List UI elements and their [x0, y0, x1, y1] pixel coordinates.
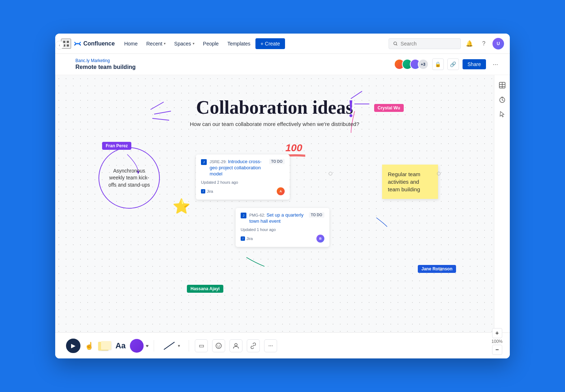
- jira-source-icon-1: J: [201, 189, 205, 193]
- collaborator-avatars: +3: [394, 59, 429, 70]
- page-header: ‹ Banc.ly Marketing Remote team building…: [55, 54, 510, 75]
- shape-tool[interactable]: [130, 339, 144, 353]
- zoom-level-label: 100%: [491, 339, 503, 344]
- jira-card-1-title: JSRE-29: Introduce cross-geo project col…: [210, 159, 269, 177]
- svg-point-19: [218, 345, 218, 345]
- lock-icon[interactable]: 🔒: [432, 58, 444, 70]
- link-icon: [250, 343, 257, 349]
- main-window: Confluence Home Recent ▾ Spaces ▾ People…: [55, 34, 510, 358]
- sidebar-toggle-button[interactable]: ‹: [55, 41, 64, 49]
- svg-point-18: [216, 343, 222, 348]
- crystal-wu-label: Crystal Wu: [374, 104, 404, 112]
- svg-line-7: [153, 118, 169, 120]
- emoji-icon: [215, 343, 222, 349]
- timer-tool-button[interactable]: [496, 94, 508, 105]
- breadcrumb-area: Banc.ly Marketing Remote team building: [75, 58, 394, 70]
- help-button[interactable]: ?: [478, 38, 490, 49]
- link-tool[interactable]: [247, 339, 260, 352]
- avatar-count[interactable]: +3: [418, 59, 429, 70]
- jira-card-1-status: TO DO: [269, 159, 285, 164]
- jira-card-1-source: J Jira A: [201, 187, 285, 195]
- spaces-chevron-icon: ▾: [193, 42, 194, 45]
- line-tool-group: ▾: [163, 343, 180, 348]
- jira-card-2-avatar: B: [316, 235, 324, 243]
- app-name-label: Confluence: [83, 40, 115, 47]
- circle-note: Asynchronous weekly team kick-offs and s…: [98, 147, 160, 209]
- sticky-note-yellow: Regular team activities and team buildin…: [382, 165, 438, 199]
- hundred-emoji: 100: [285, 143, 302, 153]
- create-button[interactable]: + Create: [255, 38, 285, 49]
- jira-icon-2: J: [241, 213, 246, 218]
- exclaim-decoration: !: [347, 96, 355, 121]
- link-icon[interactable]: 🔗: [447, 58, 459, 70]
- nav-templates[interactable]: Templates: [224, 39, 254, 49]
- emoji-tool[interactable]: [212, 339, 225, 352]
- pointer-tool-button[interactable]: [496, 108, 508, 120]
- nav-right-area: 🔔 ? U: [389, 38, 504, 49]
- search-box[interactable]: [389, 38, 461, 49]
- search-icon: [393, 41, 398, 46]
- page-canvas-title: Collaboration ideas How can our team col…: [190, 97, 359, 127]
- breadcrumb: Banc.ly Marketing: [75, 58, 394, 63]
- line-chevron-icon[interactable]: ▾: [178, 343, 180, 348]
- nav-recent[interactable]: Recent ▾: [143, 39, 169, 49]
- recent-chevron-icon: ▾: [164, 42, 166, 45]
- svg-rect-3: [67, 44, 69, 47]
- svg-point-20: [219, 345, 220, 345]
- jira-card-1-updated: Updated 2 hours ago: [201, 180, 285, 184]
- svg-point-21: [235, 343, 237, 346]
- whiteboard-canvas[interactable]: Collaboration ideas How can our team col…: [55, 75, 494, 332]
- notifications-button[interactable]: 🔔: [464, 38, 475, 49]
- jira-card-1-id: JSRE-29:: [210, 160, 227, 164]
- selection-handle-2: [437, 172, 441, 175]
- zoom-out-button[interactable]: −: [492, 345, 502, 355]
- jira-source-icon-2: J: [241, 236, 245, 241]
- nav-people[interactable]: People: [200, 39, 223, 49]
- line-tool[interactable]: [164, 341, 175, 349]
- zoom-in-button[interactable]: +: [492, 328, 502, 338]
- play-button[interactable]: ▶: [66, 339, 80, 353]
- nav-home[interactable]: Home: [121, 39, 141, 49]
- pointer-icon: [499, 111, 505, 117]
- frame-tool[interactable]: ▭: [195, 339, 208, 352]
- jane-rotanson-label: Jane Rotanson: [418, 265, 456, 273]
- star-emoji: ⭐: [172, 198, 190, 215]
- circle-note-text: Asynchronous weekly team kick-offs and s…: [99, 160, 159, 196]
- cursor-icon[interactable]: ☝: [85, 341, 94, 350]
- collaboration-title: Collaboration ideas: [190, 97, 359, 118]
- content-area: Collaboration ideas How can our team col…: [55, 75, 510, 332]
- share-button[interactable]: Share: [463, 59, 486, 69]
- text-tool[interactable]: Aa: [115, 341, 126, 350]
- right-toolbar: [494, 75, 510, 332]
- zoom-controls: + 100% −: [491, 328, 503, 355]
- toolbar-divider-1: [154, 340, 154, 352]
- more-tool-button[interactable]: ···: [264, 339, 277, 352]
- jira-icon-1: J: [201, 159, 207, 165]
- jira-card-2-status: TO DO: [309, 212, 324, 218]
- svg-line-16: [502, 100, 503, 101]
- page-actions: +3 🔒 🔗 Share ···: [394, 58, 501, 70]
- jira-card-1[interactable]: J JSRE-29: Introduce cross-geo project c…: [196, 154, 290, 200]
- svg-line-5: [151, 102, 163, 109]
- bottom-toolbar: ▶ ☝ Aa ▾ ▾ ▭: [55, 332, 510, 358]
- selection-handle-3: [439, 267, 443, 271]
- jira-card-2-updated: Updated 1 hour ago: [241, 227, 324, 232]
- selection-handle: [329, 172, 332, 175]
- table-tool-button[interactable]: [496, 79, 508, 91]
- user-avatar[interactable]: U: [492, 38, 504, 49]
- search-input[interactable]: [400, 41, 456, 47]
- sticky-note-tool[interactable]: [98, 341, 111, 350]
- jira-card-2[interactable]: J PMG-62: Set up a quarterly town hall e…: [236, 208, 329, 247]
- jira-card-2-source: J Jira B: [241, 235, 324, 243]
- timer-icon: [499, 96, 505, 103]
- nav-spaces[interactable]: Spaces ▾: [171, 39, 198, 49]
- person-icon: [233, 343, 239, 349]
- breadcrumb-parent[interactable]: Banc.ly Marketing: [75, 58, 110, 63]
- page-title: Remote team building: [75, 64, 394, 70]
- confluence-logo[interactable]: Confluence: [74, 40, 115, 47]
- jira-card-2-id: PMG-62:: [249, 213, 265, 217]
- more-options-button[interactable]: ···: [490, 58, 501, 70]
- person-tool[interactable]: [229, 339, 242, 352]
- svg-rect-1: [67, 41, 69, 43]
- table-icon: [499, 82, 505, 88]
